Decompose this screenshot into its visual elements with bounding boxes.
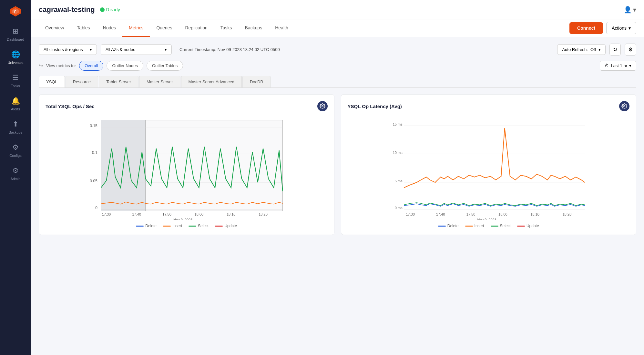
- legend-select: Select: [189, 224, 209, 228]
- cluster-region-select[interactable]: All clusters & regions ▾: [39, 44, 97, 55]
- tab-tasks[interactable]: Tasks: [214, 19, 239, 37]
- svg-text:0.05: 0.05: [90, 179, 97, 183]
- configs-icon: ⚙: [12, 143, 19, 152]
- chart2-header: YSQL Op Latency (Avg): [348, 101, 630, 111]
- sidebar-item-universes[interactable]: 🌐 Universes: [0, 46, 31, 69]
- sidebar-item-alerts-label: Alerts: [11, 107, 20, 111]
- az-nodes-chevron-icon: ▾: [165, 47, 167, 52]
- sub-tab-master-server[interactable]: Master Server: [139, 76, 180, 87]
- tab-backups[interactable]: Backups: [239, 19, 269, 37]
- legend-delete-label: Delete: [145, 224, 157, 228]
- legend-update-label: Update: [224, 224, 237, 228]
- alerts-icon: 🔔: [11, 97, 20, 105]
- metrics-tab-overall[interactable]: Overall: [79, 61, 103, 71]
- refresh-button[interactable]: ↻: [609, 44, 621, 56]
- connect-button[interactable]: Connect: [569, 22, 603, 34]
- svg-text:18:00: 18:00: [195, 212, 204, 216]
- sidebar: Y ⊞ Dashboard 🌐 Universes ☰ Tasks 🔔 Aler…: [0, 0, 31, 355]
- svg-text:10 ms: 10 ms: [393, 151, 402, 155]
- backups-icon: ⬆: [13, 120, 18, 128]
- user-menu[interactable]: 👤 ▾: [624, 6, 636, 14]
- chart2-area: 15 ms 10 ms 5 ms 0 ms: [348, 117, 630, 220]
- svg-text:17:50: 17:50: [162, 212, 171, 216]
- filters-row: All clusters & regions ▾ All AZs & nodes…: [39, 44, 636, 56]
- universe-title: cagrawal-testing: [39, 5, 95, 14]
- status-text: Ready: [106, 7, 120, 12]
- auto-refresh-control[interactable]: Auto Refresh: Off ▾: [557, 44, 606, 55]
- gear-icon: ⚙: [628, 47, 633, 52]
- charts-row: Total YSQL Ops / Sec 0.15 0.1 0.05 0: [39, 94, 636, 235]
- sidebar-item-dashboard[interactable]: ⊞ Dashboard: [0, 23, 31, 46]
- svg-text:17:40: 17:40: [436, 212, 445, 216]
- legend2-update: Update: [517, 224, 539, 228]
- auto-refresh-chevron-icon: ▾: [598, 47, 601, 52]
- svg-text:0: 0: [95, 206, 97, 210]
- sub-tabs: YSQL Resource Tablet Server Master Serve…: [39, 76, 636, 88]
- sidebar-item-tasks-label: Tasks: [11, 84, 20, 88]
- tab-metrics[interactable]: Metrics: [122, 19, 150, 37]
- tab-overview[interactable]: Overview: [39, 19, 70, 37]
- svg-text:0.15: 0.15: [90, 124, 97, 128]
- logo: Y: [7, 3, 24, 19]
- tasks-icon: ☰: [12, 74, 19, 82]
- cluster-region-chevron-icon: ▾: [90, 47, 92, 52]
- sub-tab-master-server-advanced[interactable]: Master Server Advanced: [181, 76, 242, 87]
- legend2-select-line: [491, 226, 498, 227]
- sidebar-item-backups[interactable]: ⬆ Backups: [0, 116, 31, 139]
- sidebar-item-admin-label: Admin: [10, 177, 20, 181]
- metrics-tab-outlier-nodes[interactable]: Outlier Nodes: [107, 61, 143, 71]
- sub-tab-ysql[interactable]: YSQL: [39, 76, 65, 87]
- az-nodes-select[interactable]: All AZs & nodes ▾: [101, 44, 172, 55]
- legend2-delete: Delete: [438, 224, 459, 228]
- tab-replication[interactable]: Replication: [179, 19, 214, 37]
- clock-icon: ⏱: [605, 63, 609, 68]
- legend-delete: Delete: [136, 224, 157, 228]
- legend-select-label: Select: [198, 224, 209, 228]
- dashboard-icon: ⊞: [13, 27, 18, 36]
- universes-icon: 🌐: [11, 50, 20, 59]
- status-badge: Ready: [100, 7, 120, 12]
- main-content: cagrawal-testing Ready 👤 ▾ Overview Tabl…: [31, 0, 644, 355]
- sidebar-item-tasks[interactable]: ☰ Tasks: [0, 69, 31, 92]
- sidebar-item-admin[interactable]: ⚙ Admin: [0, 162, 31, 185]
- chart1-settings-icon[interactable]: [317, 101, 328, 111]
- sidebar-item-alerts[interactable]: 🔔 Alerts: [0, 92, 31, 116]
- legend-insert-label: Insert: [172, 224, 182, 228]
- chart1-header: Total YSQL Ops / Sec: [46, 101, 328, 111]
- chart2-title: YSQL Op Latency (Avg): [348, 104, 402, 109]
- sidebar-item-configs[interactable]: ⚙ Configs: [0, 139, 31, 162]
- user-avatar-icon: 👤: [624, 6, 632, 14]
- metrics-view-row: ↪ View metrics for Overall Outlier Nodes…: [39, 61, 636, 71]
- time-range-select[interactable]: ⏱ Last 1 hr ▾: [600, 61, 636, 71]
- sidebar-item-universes-label: Universes: [8, 61, 24, 65]
- tab-health[interactable]: Health: [269, 19, 294, 37]
- header: cagrawal-testing Ready 👤 ▾: [31, 0, 644, 19]
- legend2-delete-line: [438, 226, 446, 227]
- svg-text:18:10: 18:10: [530, 212, 539, 216]
- legend2-insert: Insert: [465, 224, 484, 228]
- chart2-settings-icon[interactable]: [619, 101, 629, 111]
- user-chevron-icon: ▾: [633, 6, 636, 14]
- metrics-tab-outlier-tables[interactable]: Outlier Tables: [147, 61, 183, 71]
- sub-tab-resource[interactable]: Resource: [66, 76, 98, 87]
- sub-tab-tablet-server[interactable]: Tablet Server: [99, 76, 138, 87]
- content-area: All clusters & regions ▾ All AZs & nodes…: [31, 37, 644, 355]
- tab-nodes[interactable]: Nodes: [97, 19, 122, 37]
- tab-queries[interactable]: Queries: [150, 19, 179, 37]
- sub-tab-docdb[interactable]: DocDB: [242, 76, 271, 87]
- actions-button[interactable]: Actions ▾: [606, 22, 636, 34]
- settings-button[interactable]: ⚙: [625, 44, 636, 56]
- chart2-legend: Delete Insert Select Update: [348, 224, 630, 228]
- legend2-select: Select: [491, 224, 511, 228]
- svg-text:18:10: 18:10: [227, 212, 236, 216]
- svg-text:18:00: 18:00: [498, 212, 507, 216]
- metrics-view-label: View metrics for: [46, 63, 76, 68]
- metrics-arrow-icon: ↪: [39, 63, 43, 69]
- legend2-insert-line: [465, 226, 473, 227]
- svg-rect-9: [146, 120, 283, 211]
- legend2-select-label: Select: [500, 224, 511, 228]
- chart1-legend: Delete Insert Select Update: [46, 224, 328, 228]
- admin-icon: ⚙: [12, 167, 19, 175]
- time-range-chevron-icon: ▾: [629, 63, 631, 68]
- tab-tables[interactable]: Tables: [70, 19, 96, 37]
